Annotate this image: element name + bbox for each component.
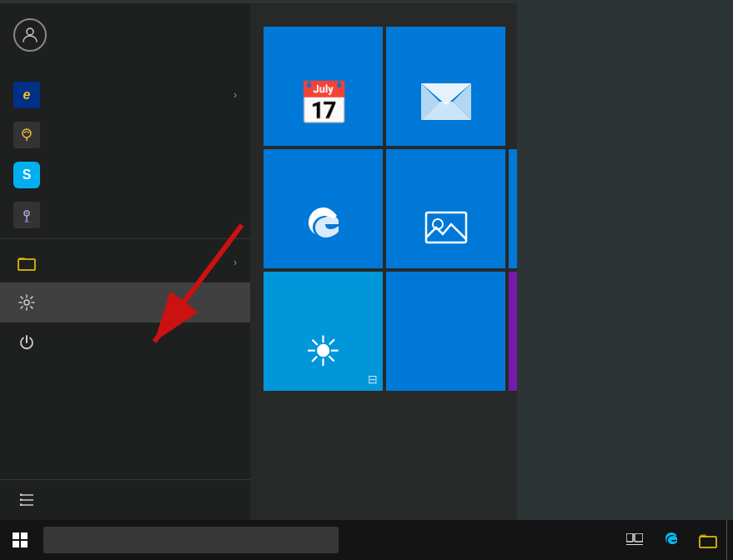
mail-icon	[421, 83, 471, 122]
svg-rect-32	[13, 541, 19, 548]
svg-rect-13	[20, 504, 23, 507]
svg-rect-36	[626, 544, 643, 545]
divider	[0, 238, 250, 239]
svg-point-0	[27, 28, 33, 35]
user-section[interactable]	[0, 3, 250, 67]
svg-rect-34	[626, 533, 633, 542]
settings-icon	[13, 289, 40, 316]
file-explorer-arrow: ›	[233, 257, 237, 268]
svg-point-19	[433, 219, 443, 229]
edge-icon	[300, 201, 347, 250]
tile-onenote[interactable]: N	[509, 272, 517, 391]
most-used-label	[0, 67, 250, 75]
sidebar-item-power[interactable]	[0, 322, 250, 362]
tile-photos[interactable]	[386, 149, 505, 268]
right-panel: 📅	[250, 3, 517, 520]
svg-point-4	[26, 212, 28, 214]
search-input[interactable]	[43, 527, 339, 553]
taskbar-file-explorer-button[interactable]	[690, 520, 726, 560]
weather-icon: ☀	[304, 328, 342, 376]
svg-rect-30	[13, 532, 19, 539]
show-desktop-button[interactable]	[726, 520, 733, 560]
svg-point-5	[24, 221, 29, 222]
weather-sync-icon: ⊟	[368, 372, 378, 386]
sidebar-item-skype[interactable]: S	[0, 155, 250, 195]
svg-rect-12	[20, 499, 23, 502]
tile-mail[interactable]	[386, 27, 505, 146]
user-avatar	[13, 18, 47, 52]
svg-point-7	[24, 300, 29, 305]
file-explorer-icon	[13, 249, 40, 276]
svg-rect-6	[18, 259, 35, 270]
svg-rect-11	[20, 494, 23, 497]
calendar-icon: 📅	[298, 79, 349, 128]
tips-icon	[13, 122, 40, 148]
tile-edge[interactable]	[264, 149, 383, 268]
svg-rect-33	[21, 541, 28, 548]
start-menu: e › S	[0, 3, 517, 520]
tile-calendar[interactable]: 📅	[264, 27, 383, 146]
task-view-button[interactable]	[616, 520, 653, 560]
tile-weather[interactable]: ☀ ⊟	[264, 272, 383, 391]
skype-icon: S	[13, 162, 40, 188]
maps-icon	[13, 202, 40, 228]
sidebar-item-tips[interactable]	[0, 115, 250, 155]
ie-arrow: ›	[233, 89, 237, 101]
empty-top-right	[509, 27, 517, 146]
taskbar-edge-button[interactable]	[653, 520, 690, 560]
start-button[interactable]	[0, 520, 40, 560]
taskbar	[0, 520, 733, 560]
svg-rect-35	[635, 533, 643, 542]
sidebar-item-maps[interactable]	[0, 195, 250, 235]
tile-cortana[interactable]	[509, 149, 517, 268]
sidebar-item-ie[interactable]: e ›	[0, 75, 250, 115]
left-panel: e › S	[0, 3, 250, 520]
svg-rect-18	[426, 212, 466, 242]
ie-icon: e	[13, 82, 40, 108]
sidebar-item-file-explorer[interactable]: ›	[0, 242, 250, 282]
svg-rect-37	[700, 537, 716, 548]
svg-point-1	[23, 129, 31, 138]
svg-rect-31	[21, 532, 28, 539]
sidebar-item-settings[interactable]	[0, 282, 250, 322]
power-icon	[13, 329, 40, 356]
sidebar-item-all-apps[interactable]	[0, 479, 250, 520]
all-apps-icon	[13, 487, 40, 513]
photos-icon	[424, 208, 468, 250]
tile-cut-the-cord[interactable]	[386, 272, 505, 391]
